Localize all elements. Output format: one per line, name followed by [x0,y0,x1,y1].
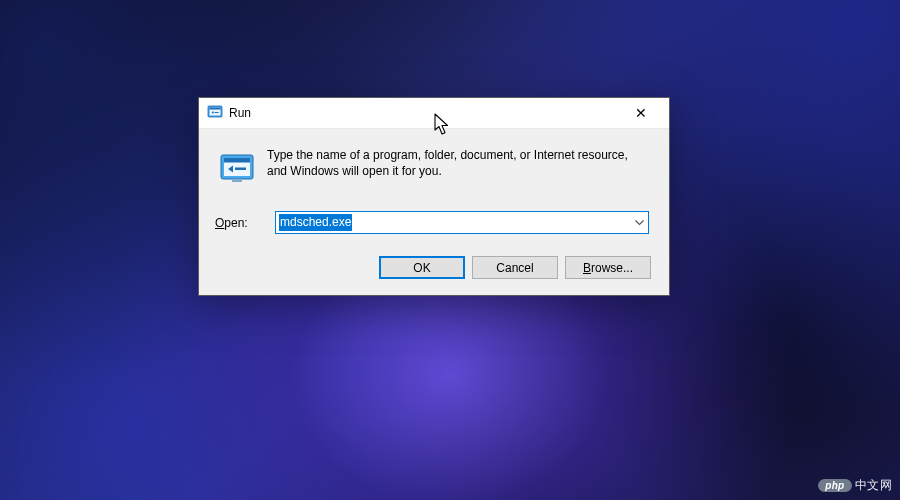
svg-rect-3 [215,112,219,113]
browse-button[interactable]: Browse... [565,256,651,279]
svg-rect-7 [235,168,246,171]
run-dialog: Run ✕ Type the name of a program, folder… [198,97,670,296]
svg-rect-8 [232,180,242,182]
titlebar[interactable]: Run ✕ [199,98,669,129]
dialog-description: Type the name of a program, folder, docu… [267,147,649,179]
svg-rect-6 [224,158,250,163]
close-icon: ✕ [635,105,647,121]
svg-rect-2 [210,107,221,109]
titlebar-title: Run [229,106,251,120]
ok-button[interactable]: OK [379,256,465,279]
dialog-body: Type the name of a program, folder, docu… [199,129,669,295]
open-input-value[interactable]: mdsched.exe [279,214,352,231]
open-combobox[interactable]: mdsched.exe [275,211,649,234]
chevron-down-icon[interactable] [630,212,648,233]
run-large-icon [219,150,255,189]
open-label: Open: [213,216,265,230]
close-button[interactable]: ✕ [619,99,663,128]
button-row: OK Cancel Browse... [213,256,655,281]
cancel-button[interactable]: Cancel [472,256,558,279]
run-icon [207,104,223,123]
